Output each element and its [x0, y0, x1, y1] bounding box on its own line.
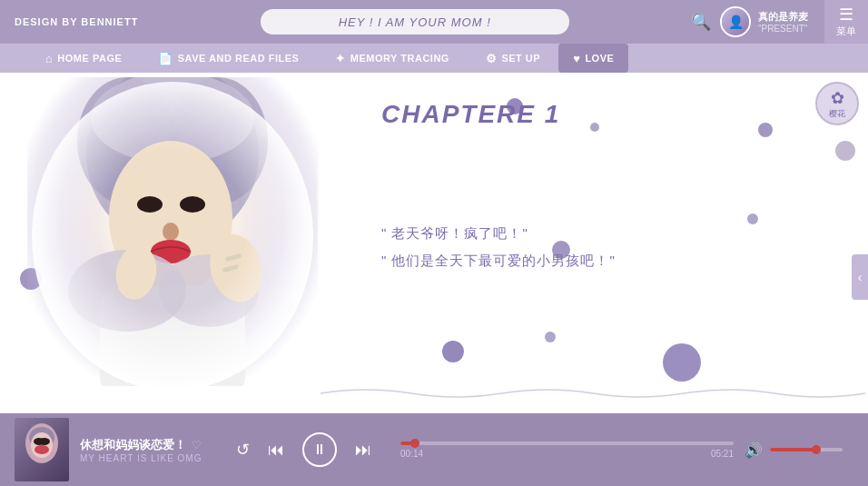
side-arrow-icon: ‹ [858, 270, 863, 284]
user-info: 真的是养麦 "PRESENT" [758, 10, 808, 34]
player-thumbnail [15, 418, 69, 481]
player-controls: ↺ ⏮ ⏸ ⏭ [236, 432, 371, 467]
radiant-label: 樱花 [829, 108, 845, 120]
dot-7 [545, 332, 556, 342]
svg-point-16 [32, 82, 313, 386]
player-title: 休想和妈妈谈恋爱！ [80, 437, 186, 453]
volume-area: 🔊 [745, 441, 853, 459]
user-name: 真的是养麦 [758, 10, 808, 24]
volume-fill [770, 448, 817, 451]
current-time: 00:14 [400, 449, 423, 459]
prev-button[interactable]: ⏮ [268, 441, 284, 460]
search-icon[interactable]: 🔍 [691, 12, 711, 32]
menu-label: 菜单 [836, 25, 856, 38]
nav-item-files[interactable]: 📄 SAVE AND READ FILES [140, 44, 317, 73]
heart-icon: ♥ [573, 52, 580, 65]
player-heart-icon: ♡ [192, 439, 202, 451]
files-icon: 📄 [158, 52, 173, 65]
dot-6 [442, 341, 464, 362]
progress-thumb [410, 439, 419, 448]
progress-times: 00:14 05:21 [400, 449, 734, 459]
volume-bar[interactable] [770, 448, 843, 451]
nav-item-memory[interactable]: ✦ MEMORY TRACING [317, 44, 468, 73]
person-image [27, 77, 318, 386]
brand-label: DESIGN BY BENNIETT [15, 16, 138, 27]
quote-1: " 老天爷呀！疯了吧！" " 他们是全天下最可爱的小男孩吧！" [381, 220, 826, 274]
memory-icon: ✦ [335, 52, 346, 65]
volume-icon: 🔊 [745, 441, 763, 459]
thumb-art [15, 418, 69, 481]
player-subtitle: MY HEART IS LIKE OMG [80, 453, 207, 463]
dot-8 [663, 343, 701, 382]
wave-decoration [318, 384, 868, 386]
nav-files-label: SAVE AND READ FILES [178, 53, 300, 64]
navigation: ⌂ HOME PAGE 📄 SAVE AND READ FILES ✦ MEMO… [0, 44, 868, 73]
volume-thumb [812, 445, 821, 454]
header: DESIGN BY BENNIETT 🔍 👤 真的是养麦 "PRESENT" ☰… [0, 0, 868, 44]
play-pause-icon: ⏸ [312, 441, 327, 458]
menu-button[interactable]: ☰ 菜单 [824, 0, 868, 44]
menu-icon: ☰ [839, 6, 853, 23]
wave-svg [318, 384, 868, 402]
nav-love-label: LOVE [585, 53, 614, 64]
radiant-icon: ✿ [831, 88, 844, 108]
progress-bar[interactable] [400, 441, 734, 445]
progress-fill [400, 441, 416, 445]
radiant-button[interactable]: ✿ 樱花 [815, 82, 859, 125]
player-info: 休想和妈妈谈恋爱！ ♡ MY HEART IS LIKE OMG [80, 437, 207, 463]
main-content: CHAPTERE 1 " 老天爷呀！疯了吧！" " 他们是全天下最可爱的小男孩吧… [0, 73, 868, 413]
right-content: CHAPTERE 1 " 老天爷呀！疯了吧！" " 他们是全天下最可爱的小男孩吧… [381, 100, 826, 274]
play-pause-button[interactable]: ⏸ [302, 432, 337, 467]
nav-home-label: HOME PAGE [57, 53, 122, 64]
total-time: 05:21 [711, 449, 734, 459]
user-card: 👤 真的是养麦 "PRESENT" [720, 6, 808, 37]
person-svg [27, 77, 318, 386]
side-button[interactable]: ‹ [852, 254, 868, 300]
nav-item-home[interactable]: ⌂ HOME PAGE [27, 44, 140, 73]
quote-line-2: " 他们是全天下最可爱的小男孩吧！" [381, 247, 826, 274]
music-player: 休想和妈妈谈恋爱！ ♡ MY HEART IS LIKE OMG ↺ ⏮ ⏸ ⏭… [0, 413, 868, 486]
next-button[interactable]: ⏭ [355, 441, 371, 460]
nav-item-love[interactable]: ♥ LOVE [558, 44, 628, 73]
gear-icon: ⚙ [486, 52, 498, 65]
person-image-area [27, 77, 318, 386]
chapter-title: CHAPTERE 1 [381, 100, 826, 129]
nav-memory-label: MEMORY TRACING [350, 53, 449, 64]
user-status: "PRESENT" [758, 24, 808, 34]
quote-line-1: " 老天爷呀！疯了吧！" [381, 220, 826, 247]
nav-item-setup[interactable]: ⚙ SET UP [468, 44, 558, 73]
avatar: 👤 [720, 6, 751, 37]
search-input[interactable] [261, 9, 569, 35]
nav-setup-label: SET UP [501, 53, 540, 64]
svg-point-22 [35, 445, 49, 454]
player-thumb-image [15, 418, 69, 481]
avatar-image: 👤 [722, 8, 749, 35]
home-icon: ⌂ [45, 52, 53, 65]
search-area [138, 9, 691, 35]
dot-4 [835, 141, 855, 161]
svg-point-21 [39, 438, 50, 445]
repeat-button[interactable]: ↺ [236, 440, 250, 460]
progress-area: 00:14 05:21 [400, 441, 734, 459]
